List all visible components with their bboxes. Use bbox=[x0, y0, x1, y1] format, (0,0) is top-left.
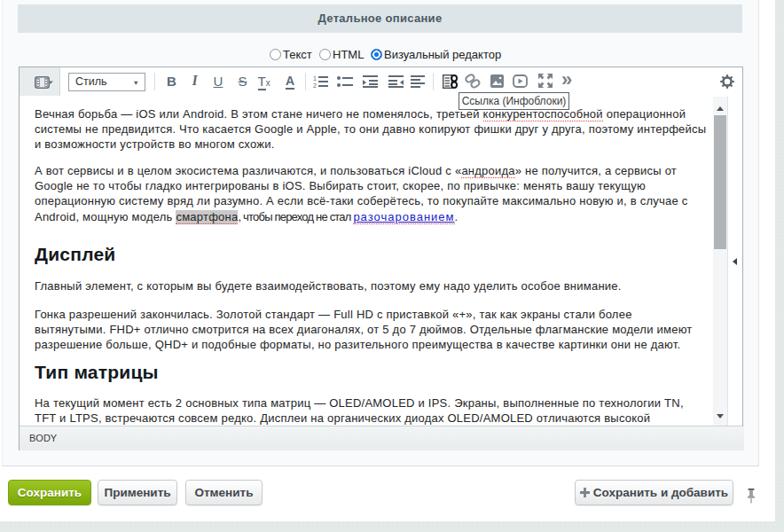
svg-text:1: 1 bbox=[313, 75, 317, 82]
svg-text:2: 2 bbox=[313, 82, 317, 89]
